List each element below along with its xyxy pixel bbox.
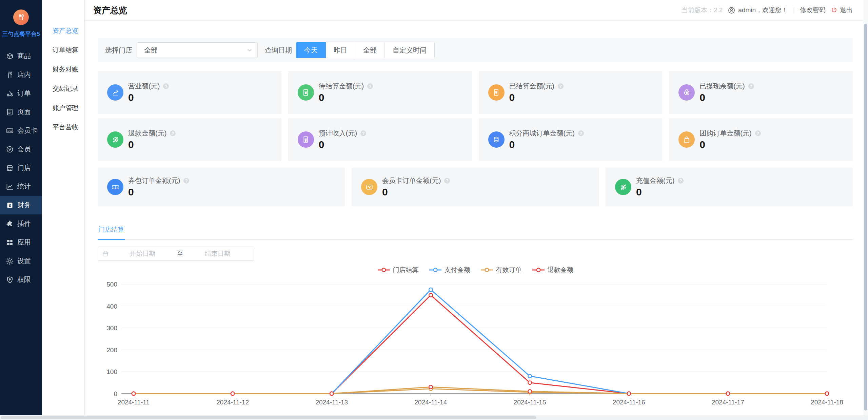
- user-menu[interactable]: admin，欢迎您！: [728, 6, 788, 15]
- date-range-picker[interactable]: 开始日期 至 结束日期: [98, 247, 254, 261]
- sidebar-item-label: 权限: [17, 275, 31, 284]
- submenu-item-0[interactable]: 资产总览: [42, 21, 84, 40]
- stat-label: 退款金额(元): [128, 129, 166, 138]
- stat-card: 会员卡订单金额(元)?0: [352, 168, 599, 206]
- sidebar-item-label: 财务: [17, 201, 31, 210]
- sidebar-item-member[interactable]: 会员: [0, 140, 42, 159]
- sidebar-item-stores[interactable]: 门店: [0, 159, 42, 177]
- stat-card-body: 券包订单金额(元)?0: [128, 176, 189, 198]
- date-option-3[interactable]: 自定义时间: [385, 42, 435, 58]
- horizontal-scrollbar-thumb[interactable]: [1, 416, 536, 419]
- start-date-input[interactable]: 开始日期: [110, 249, 175, 258]
- help-icon[interactable]: ?: [578, 130, 584, 136]
- vertical-scrollbar-thumb[interactable]: [864, 24, 867, 411]
- sidebar-item-member-card[interactable]: VIP会员卡: [0, 121, 42, 140]
- finance-icon: ¥: [6, 201, 14, 209]
- sidebar-item-label: 设置: [17, 256, 31, 266]
- stat-card: 营业额(元)?0: [98, 71, 281, 114]
- svg-text:100: 100: [106, 368, 117, 375]
- bill-icon: ¥: [488, 84, 505, 101]
- stat-card-body: 已提现余额(元)?0: [699, 82, 754, 103]
- date-option-0[interactable]: 今天: [296, 42, 326, 58]
- legend-label: 支付金额: [445, 266, 470, 274]
- submenu-item-2[interactable]: 财务对账: [42, 60, 84, 79]
- submenu-item-4[interactable]: 账户管理: [42, 98, 84, 118]
- bag-icon: [678, 131, 695, 148]
- sidebar-item-pages[interactable]: 页面: [0, 103, 42, 121]
- sidebar-item-label: 会员: [17, 145, 31, 154]
- orders-icon: [6, 89, 14, 98]
- legend-item-0[interactable]: 门店结算: [377, 266, 419, 274]
- svg-text:2024-11-13: 2024-11-13: [315, 399, 348, 406]
- stat-card-body: 待结算金额(元)?0: [319, 82, 373, 103]
- stat-value: 0: [509, 139, 584, 150]
- sidebar-item-label: 插件: [17, 219, 31, 228]
- help-icon[interactable]: ?: [748, 83, 754, 89]
- version-label: 当前版本：2.2: [682, 6, 723, 15]
- legend-item-2[interactable]: 有效订单: [480, 266, 522, 274]
- stat-label-row: 团购订单金额(元)?: [699, 129, 761, 138]
- logout-button[interactable]: 退出: [831, 6, 853, 15]
- stat-card-body: 预计收入(元)?0: [319, 129, 366, 150]
- user-greeting: admin，欢迎您！: [738, 6, 788, 15]
- svg-text:2024-11-17: 2024-11-17: [712, 399, 744, 406]
- stat-label: 会员卡订单金额(元): [382, 176, 441, 185]
- stat-value: 0: [509, 92, 564, 103]
- content: 选择门店 全部 查询日期 今天昨日全部自定义时间 营业额(元)?0¥待结算金额(…: [85, 21, 868, 413]
- app-logo[interactable]: [13, 9, 29, 25]
- sidebar-item-stats[interactable]: 统计: [0, 177, 42, 196]
- stat-label: 营业额(元): [128, 82, 160, 91]
- sidebar-item-finance[interactable]: ¥财务: [0, 196, 42, 214]
- legend-label: 有效订单: [496, 266, 522, 274]
- help-icon[interactable]: ?: [183, 178, 189, 184]
- avatar-icon: [728, 6, 735, 14]
- stat-card: ¥预计收入(元)?0: [288, 118, 472, 161]
- help-icon[interactable]: ?: [558, 83, 564, 89]
- submenu-item-1[interactable]: 订单结算: [42, 40, 84, 60]
- submenu-item-5[interactable]: 平台营收: [42, 118, 84, 137]
- pages-icon: [6, 108, 14, 116]
- submenu-item-3[interactable]: 交易记录: [42, 79, 84, 98]
- legend-item-1[interactable]: 支付金额: [429, 266, 470, 274]
- help-icon[interactable]: ?: [170, 130, 176, 136]
- stat-label-row: 营业额(元)?: [128, 82, 169, 91]
- svg-text:¥: ¥: [115, 138, 116, 141]
- stat-card: ¥已结算金额(元)?0: [479, 71, 663, 114]
- horizontal-scrollbar: [0, 415, 868, 420]
- stat-cards: 营业额(元)?0¥待结算金额(元)?0¥已结算金额(元)?0¥已提现余额(元)?…: [98, 71, 853, 206]
- stat-card-body: 充值金额(元)?0: [636, 176, 684, 198]
- help-icon[interactable]: ?: [678, 178, 684, 184]
- stat-value: 0: [699, 139, 761, 150]
- change-password-button[interactable]: 修改密码: [800, 6, 826, 15]
- date-option-1[interactable]: 昨日: [326, 42, 355, 58]
- help-icon[interactable]: ?: [444, 178, 450, 184]
- stat-card: 积分商城订单金额(元)?0: [479, 118, 663, 161]
- help-icon[interactable]: ?: [755, 130, 761, 136]
- sidebar-item-label: 订单: [17, 89, 31, 98]
- sidebar-item-plugin[interactable]: 插件: [0, 214, 42, 233]
- sidebar-item-label: 页面: [17, 107, 31, 117]
- primary-nav-list: 商品店内订单页面VIP会员卡会员门店统计¥财务插件应用设置权限: [0, 47, 42, 289]
- stat-value: 0: [382, 186, 450, 198]
- stat-value: 0: [319, 139, 366, 150]
- settings-icon: [6, 257, 14, 265]
- sidebar-item-settings[interactable]: 设置: [0, 252, 42, 270]
- sidebar-item-permissions[interactable]: 权限: [0, 270, 42, 289]
- vertical-scrollbar: [863, 0, 868, 415]
- sidebar-item-label: 统计: [17, 182, 31, 191]
- help-icon[interactable]: ?: [360, 130, 366, 136]
- stat-label-row: 已提现余额(元)?: [699, 82, 754, 91]
- store-select[interactable]: 全部: [137, 42, 258, 58]
- tab-store-settlement[interactable]: 门店结算: [98, 225, 125, 240]
- sidebar-item-orders[interactable]: 订单: [0, 84, 42, 103]
- end-date-input[interactable]: 结束日期: [185, 249, 250, 258]
- help-icon[interactable]: ?: [367, 83, 373, 89]
- sidebar-item-instore[interactable]: 店内: [0, 65, 42, 84]
- help-icon[interactable]: ?: [163, 83, 169, 89]
- sidebar-item-goods[interactable]: 商品: [0, 47, 42, 65]
- sidebar-item-apps[interactable]: 应用: [0, 233, 42, 252]
- doc-yen-icon: ¥: [298, 84, 314, 101]
- chevron-down-icon: [246, 47, 253, 53]
- legend-item-3[interactable]: 退款金额: [532, 266, 573, 274]
- date-option-2[interactable]: 全部: [355, 42, 385, 58]
